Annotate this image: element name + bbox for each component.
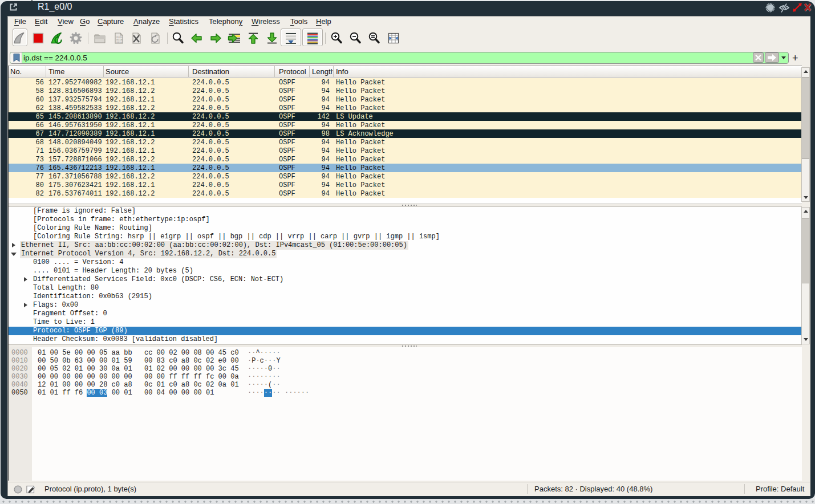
svg-text:0011: 0011 [116,40,123,43]
